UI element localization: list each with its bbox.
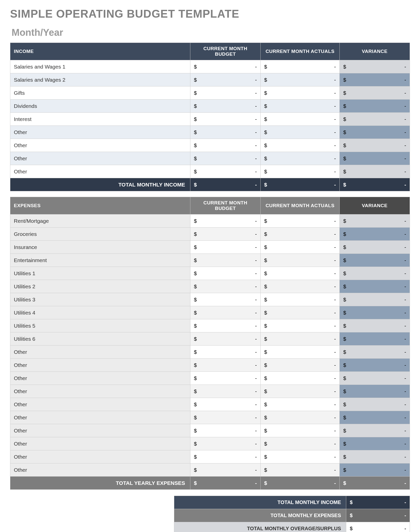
expense-row-actuals[interactable]: $- <box>261 450 340 463</box>
income-total-variance: $- <box>339 178 410 191</box>
expense-row-actuals[interactable]: $- <box>261 424 340 437</box>
expense-row-label[interactable]: Other <box>10 372 190 385</box>
income-row-label[interactable]: Salaries and Wages 1 <box>10 60 190 73</box>
expense-row: Other$-$-$- <box>10 411 410 424</box>
income-row-budget[interactable]: $- <box>190 126 261 139</box>
income-row: Other$-$-$- <box>10 139 410 152</box>
summary-table: TOTAL MONTHLY INCOME $- TOTAL MONTHLY EX… <box>174 496 410 532</box>
expense-row-budget[interactable]: $- <box>190 267 261 280</box>
expense-row-variance: $- <box>339 398 410 411</box>
income-row-budget[interactable]: $- <box>190 139 261 152</box>
expense-row-label[interactable]: Utilities 4 <box>10 306 190 319</box>
expense-row-budget[interactable]: $- <box>190 346 261 359</box>
income-row-budget[interactable]: $- <box>190 113 261 126</box>
expense-row-actuals[interactable]: $- <box>261 463 340 477</box>
income-row-actuals[interactable]: $- <box>261 86 340 100</box>
income-row-actuals[interactable]: $- <box>261 165 340 178</box>
expense-row: Other$-$-$- <box>10 437 410 450</box>
expense-row-label[interactable]: Utilities 6 <box>10 332 190 346</box>
income-row-budget[interactable]: $- <box>190 73 261 86</box>
expense-row-actuals[interactable]: $- <box>261 267 340 280</box>
expense-row-actuals[interactable]: $- <box>261 372 340 385</box>
expense-row-label[interactable]: Other <box>10 385 190 398</box>
expense-row-budget[interactable]: $- <box>190 332 261 346</box>
expense-row-actuals[interactable]: $- <box>261 293 340 306</box>
expense-row-budget[interactable]: $- <box>190 463 261 477</box>
income-row-label[interactable]: Interest <box>10 113 190 126</box>
expense-row-actuals[interactable]: $- <box>261 214 340 228</box>
expense-row-budget[interactable]: $- <box>190 424 261 437</box>
expense-row-label[interactable]: Utilities 1 <box>10 267 190 280</box>
expense-row: Other$-$-$- <box>10 346 410 359</box>
expenses-header-row: EXPENSES CURRENT MONTH BUDGET CURRENT MO… <box>10 197 410 214</box>
income-row-label[interactable]: Other <box>10 126 190 139</box>
income-row-actuals[interactable]: $- <box>261 73 340 86</box>
expense-row-budget[interactable]: $- <box>190 293 261 306</box>
expense-row-label[interactable]: Other <box>10 359 190 372</box>
expense-row-budget[interactable]: $- <box>190 411 261 424</box>
expense-row-variance: $- <box>339 424 410 437</box>
income-table: INCOME CURRENT MONTH BUDGET CURRENT MONT… <box>10 43 410 191</box>
income-row-actuals[interactable]: $- <box>261 113 340 126</box>
expense-row-actuals[interactable]: $- <box>261 306 340 319</box>
expense-row-label[interactable]: Other <box>10 424 190 437</box>
income-col-budget: CURRENT MONTH BUDGET <box>190 43 261 60</box>
expense-row-budget[interactable]: $- <box>190 214 261 228</box>
expense-row-actuals[interactable]: $- <box>261 359 340 372</box>
income-row-budget[interactable]: $- <box>190 86 261 100</box>
income-row-actuals[interactable]: $- <box>261 126 340 139</box>
expense-row-label[interactable]: Utilities 3 <box>10 293 190 306</box>
income-row-budget[interactable]: $- <box>190 152 261 165</box>
expense-row-variance: $- <box>339 372 410 385</box>
income-row-label[interactable]: Gifts <box>10 86 190 100</box>
expense-row-budget[interactable]: $- <box>190 228 261 241</box>
expense-row-actuals[interactable]: $- <box>261 385 340 398</box>
expense-row-actuals[interactable]: $- <box>261 346 340 359</box>
expense-row-budget[interactable]: $- <box>190 241 261 254</box>
expense-row-budget[interactable]: $- <box>190 280 261 293</box>
income-row-budget[interactable]: $- <box>190 165 261 178</box>
expense-row-actuals[interactable]: $- <box>261 411 340 424</box>
expense-row-label[interactable]: Insurance <box>10 241 190 254</box>
expense-row-budget[interactable]: $- <box>190 319 261 332</box>
expense-row-label[interactable]: Other <box>10 463 190 477</box>
expense-row-actuals[interactable]: $- <box>261 398 340 411</box>
income-row-actuals[interactable]: $- <box>261 139 340 152</box>
expense-row-budget[interactable]: $- <box>190 437 261 450</box>
expense-row-label[interactable]: Other <box>10 346 190 359</box>
expense-row-budget[interactable]: $- <box>190 398 261 411</box>
income-row-label[interactable]: Salaries and Wages 2 <box>10 73 190 86</box>
expense-row-label[interactable]: Other <box>10 437 190 450</box>
expense-row-actuals[interactable]: $- <box>261 228 340 241</box>
expense-row-actuals[interactable]: $- <box>261 332 340 346</box>
expense-row-label[interactable]: Groceries <box>10 228 190 241</box>
income-row-label[interactable]: Dividends <box>10 100 190 113</box>
expense-row-label[interactable]: Other <box>10 411 190 424</box>
expense-row-budget[interactable]: $- <box>190 306 261 319</box>
expense-row-label[interactable]: Entertainment <box>10 254 190 267</box>
income-row-budget[interactable]: $- <box>190 100 261 113</box>
income-row-label[interactable]: Other <box>10 165 190 178</box>
expense-row-label[interactable]: Rent/Mortgage <box>10 214 190 228</box>
expense-row-actuals[interactable]: $- <box>261 437 340 450</box>
income-row-actuals[interactable]: $- <box>261 100 340 113</box>
income-row-label[interactable]: Other <box>10 139 190 152</box>
income-row-label[interactable]: Other <box>10 152 190 165</box>
expense-row-actuals[interactable]: $- <box>261 254 340 267</box>
expense-row-actuals[interactable]: $- <box>261 319 340 332</box>
expense-row-actuals[interactable]: $- <box>261 280 340 293</box>
income-row-actuals[interactable]: $- <box>261 152 340 165</box>
expense-row-label[interactable]: Other <box>10 450 190 463</box>
expense-row-actuals[interactable]: $- <box>261 241 340 254</box>
income-row: Other$-$-$- <box>10 126 410 139</box>
expense-row-budget[interactable]: $- <box>190 450 261 463</box>
expense-row-label[interactable]: Utilities 2 <box>10 280 190 293</box>
expense-row-budget[interactable]: $- <box>190 385 261 398</box>
expense-row-budget[interactable]: $- <box>190 254 261 267</box>
income-row-budget[interactable]: $- <box>190 60 261 73</box>
expense-row-label[interactable]: Other <box>10 398 190 411</box>
expense-row-label[interactable]: Utilities 5 <box>10 319 190 332</box>
expense-row-budget[interactable]: $- <box>190 372 261 385</box>
expense-row-budget[interactable]: $- <box>190 359 261 372</box>
income-row-actuals[interactable]: $- <box>261 60 340 73</box>
